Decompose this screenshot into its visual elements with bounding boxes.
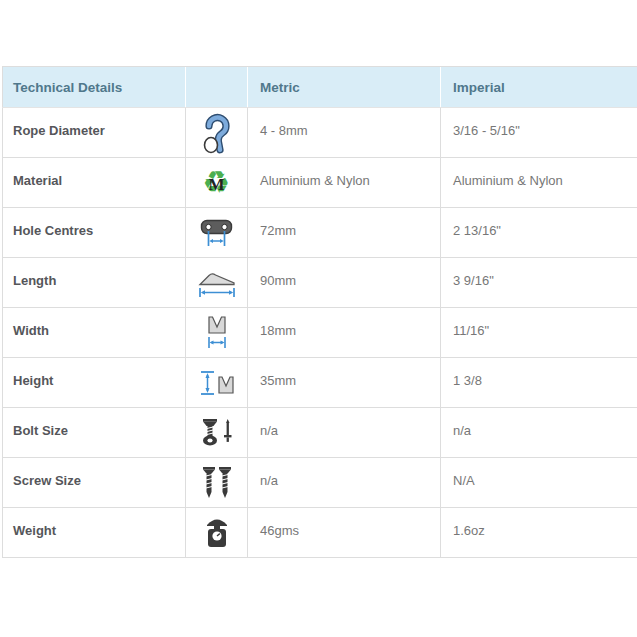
table-row-material: Material ♻ M Aluminium & Nylon Aluminium… xyxy=(3,158,637,208)
metric-value: 4 - 8mm xyxy=(248,108,441,158)
metric-value: n/a xyxy=(248,408,441,458)
bolt-size-icon xyxy=(200,416,234,450)
column-header-technical-details: Technical Details xyxy=(3,67,186,108)
hole-centres-icon xyxy=(199,218,235,248)
table-row-bolt-size: Bolt Size n/a n/a xyxy=(3,408,637,458)
row-label: Weight xyxy=(3,508,186,558)
metric-value: 18mm xyxy=(248,308,441,358)
length-icon xyxy=(197,268,237,298)
imperial-value: Aluminium & Nylon xyxy=(441,158,637,208)
row-label: Hole Centres xyxy=(3,208,186,258)
row-label: Material xyxy=(3,158,186,208)
metric-value: 46gms xyxy=(248,508,441,558)
table-row-weight: Weight 46gms 1.6oz xyxy=(3,508,637,558)
row-label: Width xyxy=(3,308,186,358)
imperial-value: 11/16" xyxy=(441,308,637,358)
table-row-height: Height 35mm 1 3/8 xyxy=(3,358,637,408)
width-icon xyxy=(204,315,230,351)
column-header-imperial: Imperial xyxy=(441,67,637,108)
header-row: Technical Details Metric Imperial xyxy=(3,67,637,108)
rope-diameter-icon xyxy=(202,112,232,154)
column-header-icon xyxy=(186,67,248,108)
weight-scale-icon xyxy=(203,516,231,550)
table-row-hole-centres: Hole Centres 72mm 2 13/16" xyxy=(3,208,637,258)
table-row-length: Length 90mm 3 9/16" xyxy=(3,258,637,308)
imperial-value: 1 3/8 xyxy=(441,358,637,408)
imperial-value: N/A xyxy=(441,458,637,508)
metric-value: 90mm xyxy=(248,258,441,308)
imperial-value: 3/16 - 5/16" xyxy=(441,108,637,158)
metric-value: n/a xyxy=(248,458,441,508)
technical-details-table: Technical Details Metric Imperial Rope D… xyxy=(2,66,637,558)
technical-details-table-wrap: Technical Details Metric Imperial Rope D… xyxy=(2,66,637,558)
material-recycle-icon: ♻ M xyxy=(200,165,234,201)
table-row-width: Width 18mm 11/16" xyxy=(3,308,637,358)
height-icon xyxy=(199,369,235,397)
metric-value: Aluminium & Nylon xyxy=(248,158,441,208)
imperial-value: n/a xyxy=(441,408,637,458)
row-label: Rope Diameter xyxy=(3,108,186,158)
imperial-value: 1.6oz xyxy=(441,508,637,558)
table-row-screw-size: Screw Size n/a N/A xyxy=(3,458,637,508)
metric-value: 35mm xyxy=(248,358,441,408)
row-label: Bolt Size xyxy=(3,408,186,458)
table-row-rope-diameter: Rope Diameter 4 - 8mm 3/16 - 5/16" xyxy=(3,108,637,158)
row-label: Screw Size xyxy=(3,458,186,508)
column-header-metric: Metric xyxy=(248,67,441,108)
material-letter: M xyxy=(208,175,224,192)
row-label: Height xyxy=(3,358,186,408)
row-label: Length xyxy=(3,258,186,308)
screw-size-icon xyxy=(201,465,233,501)
imperial-value: 2 13/16" xyxy=(441,208,637,258)
metric-value: 72mm xyxy=(248,208,441,258)
imperial-value: 3 9/16" xyxy=(441,258,637,308)
